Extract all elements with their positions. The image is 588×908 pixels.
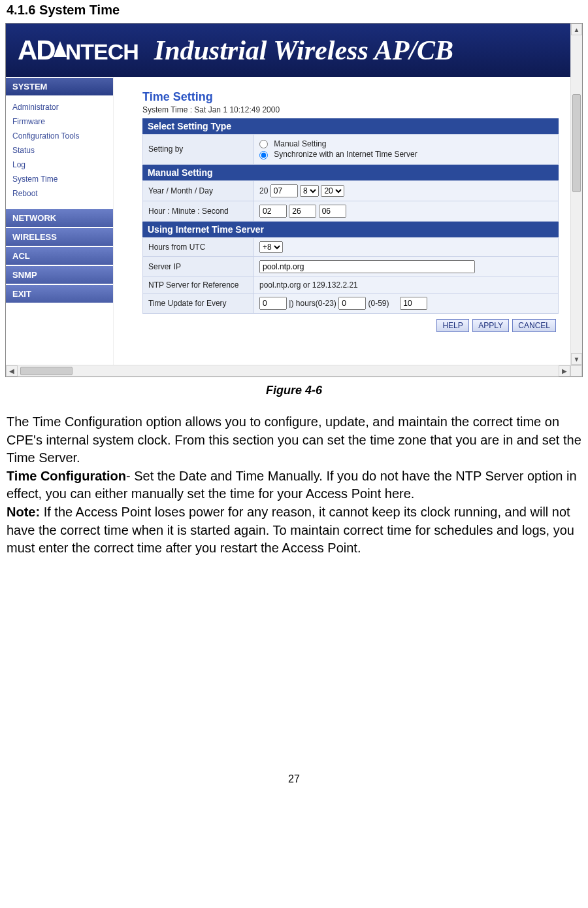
day-select[interactable]: 20	[321, 185, 344, 197]
hour-input[interactable]	[259, 205, 287, 218]
figure-caption: Figure 4-6	[0, 384, 588, 397]
vertical-scroll-track[interactable]	[571, 35, 582, 353]
sidebar-item-reboot[interactable]: Reboot	[6, 186, 113, 201]
year-prefix: 20	[259, 186, 268, 195]
sidebar-item-configuration-tools[interactable]: Configuration Tools	[6, 129, 113, 143]
server-ip-label: Server IP	[143, 256, 254, 277]
page-number: 27	[0, 773, 588, 790]
advantech-logo: ADNTECH	[18, 35, 139, 66]
minute-input[interactable]	[289, 205, 316, 218]
update-hours-input[interactable]	[259, 297, 287, 310]
doc-para-3-bold: Note:	[7, 505, 40, 519]
radio-sync-label: Synchronize with an Internet Time Server	[274, 150, 417, 159]
vertical-scroll-thumb[interactable]	[572, 94, 581, 192]
doc-para-1: The Time Configuration option allows you…	[7, 413, 581, 467]
radio-manual-row[interactable]: Manual Setting	[259, 139, 553, 148]
update-extra-input[interactable]	[400, 297, 427, 310]
ymd-label: Year / Month / Day	[143, 180, 254, 201]
screenshot-container: ADNTECH Industrial Wireless AP/CB SYSTEM…	[5, 23, 583, 377]
update-minutes-input[interactable]	[338, 297, 366, 310]
update-label: Time Update for Every	[143, 293, 254, 313]
main-panel: Time Setting System Time : Sat Jan 1 10:…	[114, 77, 570, 365]
utc-label: Hours from UTC	[143, 237, 254, 256]
scroll-up-icon[interactable]: ▲	[571, 24, 582, 35]
horizontal-scroll-thumb[interactable]	[20, 367, 73, 375]
help-button[interactable]: HELP	[436, 319, 468, 332]
sidebar-section-snmp[interactable]: SNMP	[6, 265, 113, 284]
horizontal-scrollbar[interactable]: ◀ ▶	[6, 365, 582, 377]
ntp-ref-value: pool.ntp.org or 129.132.2.21	[254, 277, 559, 293]
manual-setting-table: Year / Month / Day 20 8 20 Hour : Minute…	[142, 180, 559, 222]
doc-para-2-bold: Time Configuration	[7, 469, 126, 483]
doc-para-3: Note: If the Access Point loses power fo…	[7, 503, 581, 558]
doc-body: The Time Configuration option allows you…	[0, 413, 588, 558]
radio-sync[interactable]	[259, 151, 268, 160]
sidebar-section-wireless[interactable]: WIRELESS	[6, 227, 113, 246]
ntp-ref-label: NTP Server for Reference	[143, 277, 254, 293]
apply-button[interactable]: APPLY	[472, 319, 509, 332]
vertical-scrollbar[interactable]: ▲ ▼	[570, 24, 582, 365]
panel-title: Time Setting	[142, 90, 559, 104]
section-select-setting-type: Select Setting Type	[142, 118, 559, 134]
radio-manual[interactable]	[259, 140, 268, 148]
sidebar-section-exit[interactable]: EXIT	[6, 284, 113, 303]
utc-select[interactable]: +8	[259, 241, 283, 253]
scroll-right-icon[interactable]: ▶	[559, 365, 570, 377]
doc-para-3-rest: If the Access Point loses power for any …	[7, 505, 574, 555]
scroll-down-icon[interactable]: ▼	[571, 353, 582, 365]
doc-section-heading: 4.1.6 System Time	[0, 0, 588, 23]
scroll-corner	[570, 365, 582, 377]
year-input[interactable]	[270, 184, 298, 197]
month-select[interactable]: 8	[300, 185, 319, 197]
horizontal-scroll-track[interactable]	[18, 365, 559, 377]
section-manual-setting: Manual Setting	[142, 165, 559, 180]
update-minutes-text: (0-59)	[368, 299, 389, 308]
server-ip-input[interactable]	[259, 260, 475, 273]
app-banner: ADNTECH Industrial Wireless AP/CB	[6, 24, 570, 77]
sidebar-item-administrator[interactable]: Administrator	[6, 100, 113, 114]
sidebar-header-system[interactable]: SYSTEM	[6, 77, 113, 96]
logo-text-a: AD	[18, 35, 55, 66]
sidebar-section-acl[interactable]: ACL	[6, 246, 113, 265]
logo-triangle-icon	[54, 41, 67, 57]
update-hours-text: |) hours(0-23)	[289, 299, 336, 308]
sidebar-section-network[interactable]: NETWORK	[6, 209, 113, 227]
logo-text-rest: NTECH	[65, 39, 139, 65]
button-row: HELP APPLY CANCEL	[142, 314, 559, 335]
scroll-left-icon[interactable]: ◀	[6, 365, 18, 377]
sidebar: SYSTEM Administrator Firmware Configurat…	[6, 77, 114, 365]
second-input[interactable]	[319, 205, 346, 218]
banner-title: Industrial Wireless AP/CB	[154, 35, 453, 66]
doc-para-2: Time Configuration- Set the Date and Tim…	[7, 467, 581, 503]
radio-manual-label: Manual Setting	[274, 139, 326, 148]
sidebar-item-system-time[interactable]: System Time	[6, 172, 113, 186]
setting-by-label: Setting by	[143, 135, 254, 165]
sidebar-item-status[interactable]: Status	[6, 143, 113, 158]
system-time-label: System Time : Sat Jan 1 10:12:49 2000	[142, 105, 559, 114]
internet-time-table: Hours from UTC +8 Server IP	[142, 237, 559, 314]
hms-label: Hour : Minute : Second	[143, 201, 254, 221]
setting-type-table: Setting by Manual Setting Synchronize wi…	[142, 134, 559, 165]
cancel-button[interactable]: CANCEL	[512, 319, 556, 332]
sidebar-item-log[interactable]: Log	[6, 158, 113, 172]
sidebar-item-firmware[interactable]: Firmware	[6, 114, 113, 129]
radio-sync-row[interactable]: Synchronize with an Internet Time Server	[259, 150, 553, 159]
section-internet-time-server: Using Internet Time Server	[142, 222, 559, 237]
